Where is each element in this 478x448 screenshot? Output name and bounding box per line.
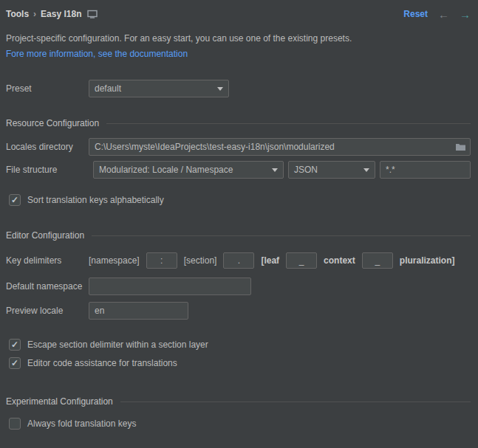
code-assistance-checkbox-row[interactable]: ✓ Editor code assistance for translation…	[9, 357, 471, 369]
preview-locale-row: Preview locale	[6, 302, 471, 320]
check-icon: ✓	[11, 340, 18, 349]
page-description: Project-specific configuration. For an e…	[6, 33, 471, 44]
check-icon: ✓	[11, 359, 18, 368]
default-namespace-label: Default namespace	[6, 281, 89, 292]
preview-locale-field-wrap	[89, 302, 188, 320]
escape-section-checkbox-row[interactable]: ✓ Escape section delimiter within a sect…	[9, 339, 471, 351]
default-namespace-input[interactable]	[89, 278, 251, 295]
editor-section-title: Editor Configuration	[6, 230, 84, 241]
code-assistance-checkbox[interactable]: ✓	[9, 357, 21, 369]
locales-directory-input[interactable]	[89, 138, 471, 156]
chevron-down-icon	[363, 168, 369, 172]
preset-label: Preset	[6, 83, 89, 94]
preset-dropdown-value: default	[95, 83, 121, 94]
namespace-token: [namespace]	[89, 255, 140, 266]
key-delimiters-label: Key delimiters	[6, 255, 89, 266]
file-structure-dropdown-value: Modularized: Locale / Namespace	[99, 165, 233, 175]
breadcrumb-separator-icon: ›	[33, 9, 36, 19]
resource-section-title: Resource Configuration	[6, 118, 99, 128]
section-token: [section]	[184, 255, 217, 266]
file-pattern-field-wrap	[380, 161, 471, 179]
fold-keys-checkbox[interactable]: ✓	[9, 418, 21, 430]
check-icon: ✓	[11, 196, 18, 204]
context-delimiter-input[interactable]	[286, 252, 317, 269]
easy-i18n-settings-page: Tools › Easy I18n Reset ← → Project-spec…	[0, 0, 478, 448]
file-structure-label: File structure	[6, 165, 89, 175]
experimental-section-title: Experimental Configuration	[6, 396, 113, 407]
section-delimiter-input[interactable]	[223, 252, 254, 269]
locales-directory-row: Locales directory	[6, 138, 471, 156]
file-pattern-input[interactable]	[380, 161, 471, 179]
breadcrumb-easy-i18n: Easy I18n	[41, 9, 81, 19]
preset-row: Preset default	[6, 80, 471, 97]
sort-keys-label: Sort translation keys alphabetically	[27, 195, 164, 205]
reset-link[interactable]: Reset	[403, 9, 428, 19]
chevron-down-icon	[217, 87, 223, 91]
sort-keys-checkbox[interactable]: ✓	[9, 194, 21, 206]
file-structure-dropdown[interactable]: Modularized: Locale / Namespace	[93, 161, 284, 179]
key-delimiters-controls: [namespace] [section] [leaf context plur…	[89, 252, 454, 269]
resource-section-header: Resource Configuration	[6, 118, 471, 128]
experimental-section-header: Experimental Configuration	[6, 396, 471, 407]
preset-dropdown[interactable]: default	[89, 80, 229, 97]
default-namespace-field-wrap	[89, 278, 251, 295]
namespace-delimiter-input[interactable]	[146, 252, 177, 269]
code-assistance-label: Editor code assistance for translations	[27, 358, 177, 368]
section-divider	[92, 235, 471, 236]
breadcrumb-tools[interactable]: Tools	[6, 9, 29, 19]
section-divider	[106, 123, 471, 124]
section-divider	[120, 402, 471, 402]
context-token: context	[324, 255, 355, 266]
preview-locale-input[interactable]	[89, 302, 188, 320]
pluralization-token: pluralization]	[400, 255, 455, 266]
escape-section-checkbox[interactable]: ✓	[9, 339, 21, 351]
forward-arrow-icon[interactable]: →	[460, 9, 471, 20]
chevron-down-icon	[272, 168, 278, 172]
plural-delimiter-input[interactable]	[362, 252, 393, 269]
documentation-link[interactable]: Fore more information, see the documenta…	[6, 49, 471, 59]
editor-section-header: Editor Configuration	[6, 230, 471, 241]
folder-icon[interactable]	[455, 142, 466, 151]
sort-keys-checkbox-row[interactable]: ✓ Sort translation keys alphabetically	[9, 194, 471, 206]
fold-keys-label: Always fold translation keys	[27, 418, 136, 429]
locales-directory-label: Locales directory	[6, 142, 89, 152]
preview-locale-label: Preview locale	[6, 306, 89, 316]
escape-section-label: Escape section delimiter within a sectio…	[27, 340, 208, 350]
file-format-dropdown[interactable]: JSON	[288, 161, 375, 179]
default-namespace-row: Default namespace	[6, 278, 471, 295]
header-actions: Reset ← →	[403, 9, 471, 20]
file-structure-row: File structure Modularized: Locale / Nam…	[6, 161, 471, 179]
back-arrow-icon[interactable]: ←	[438, 9, 449, 20]
fold-keys-checkbox-row[interactable]: ✓ Always fold translation keys	[9, 418, 471, 430]
header: Tools › Easy I18n Reset ← →	[6, 6, 471, 22]
monitor-icon	[87, 10, 98, 18]
leaf-token: [leaf	[261, 255, 279, 266]
breadcrumb: Tools › Easy I18n	[6, 9, 98, 19]
file-format-dropdown-value: JSON	[294, 165, 318, 175]
locales-directory-field-wrap	[89, 138, 471, 156]
key-delimiters-row: Key delimiters [namespace] [section] [le…	[6, 252, 471, 269]
